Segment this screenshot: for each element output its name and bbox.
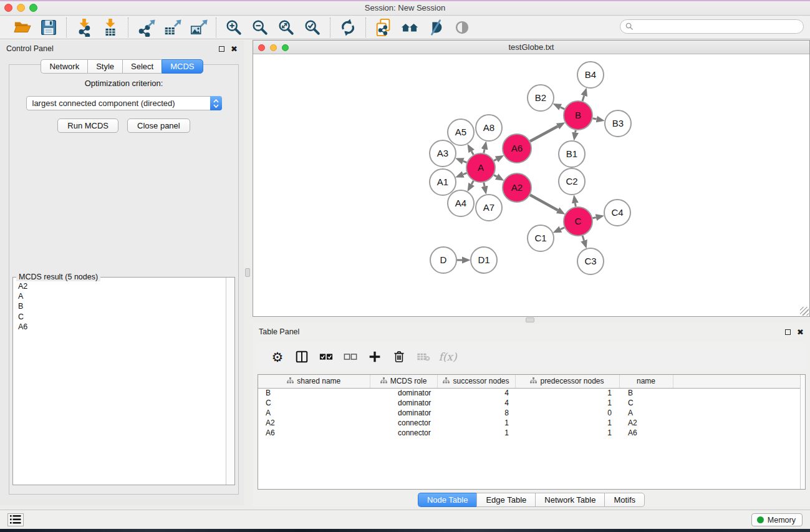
cell[interactable]: B [258, 388, 370, 398]
table-row[interactable]: Cdominator41C [258, 398, 802, 408]
export-table-icon[interactable] [161, 17, 183, 37]
cell[interactable]: 1 [515, 388, 619, 398]
show-graphics-details-icon[interactable] [451, 17, 473, 37]
search-input[interactable] [634, 21, 803, 32]
cell[interactable]: dominator [370, 408, 437, 418]
cell[interactable]: 1 [515, 398, 619, 408]
criterion-dropdown[interactable]: largest connected component (directed) [26, 96, 222, 110]
column-layout-icon[interactable] [292, 347, 311, 366]
network-close-button[interactable] [258, 44, 265, 51]
cell[interactable]: A6 [258, 428, 370, 438]
network-zoom-button[interactable] [282, 44, 289, 51]
edge-A-A8[interactable] [484, 149, 485, 153]
edge-B-B2[interactable] [561, 107, 565, 109]
show-all-icon[interactable] [398, 17, 421, 37]
zoom-in-icon[interactable] [223, 17, 245, 37]
cell[interactable]: 1 [515, 418, 619, 428]
edge-A-A4[interactable] [471, 181, 473, 185]
edge-B-B1[interactable] [576, 130, 576, 133]
edge-A-A1[interactable] [463, 173, 467, 174]
cell[interactable]: 4 [437, 398, 515, 408]
cell[interactable]: connector [370, 418, 437, 428]
edge-A6-B[interactable] [530, 127, 557, 142]
import-table-icon[interactable] [99, 17, 122, 37]
tab-network-table[interactable]: Network Table [535, 493, 604, 507]
result-scrollbar[interactable] [226, 278, 234, 485]
close-panel-button[interactable]: Close panel [127, 118, 190, 133]
cell[interactable]: dominator [370, 388, 437, 398]
cell[interactable]: C [619, 398, 673, 408]
cell[interactable]: A6 [619, 428, 673, 438]
tab-motifs[interactable]: Motifs [604, 493, 645, 507]
tab-select[interactable]: Select [122, 59, 162, 74]
edge-A-A6[interactable] [494, 159, 496, 160]
task-history-button[interactable] [7, 513, 24, 526]
edge-C-C4[interactable] [592, 218, 595, 218]
zoom-window-button[interactable] [29, 4, 37, 12]
table-row[interactable]: Bdominator41B [258, 388, 802, 398]
table-row[interactable]: A6connector11A6 [258, 428, 802, 438]
select-all-rows-icon[interactable] [317, 347, 335, 366]
tab-mcds[interactable]: MCDS [162, 59, 203, 74]
edge-B-B4[interactable] [582, 95, 584, 101]
cell[interactable]: dominator [370, 398, 437, 408]
table-settings-icon[interactable]: ⚙ [268, 347, 287, 366]
column-header-shared-name[interactable]: shared name [258, 375, 370, 388]
export-image-icon[interactable] [187, 17, 210, 37]
cell[interactable]: C [258, 398, 370, 408]
open-file-icon[interactable] [11, 17, 34, 37]
tab-style[interactable]: Style [87, 59, 122, 74]
cell[interactable]: A [619, 408, 673, 418]
cell[interactable]: 1 [437, 418, 515, 428]
search-box[interactable] [620, 19, 804, 34]
deselect-all-rows-icon[interactable] [341, 347, 360, 366]
cell[interactable]: 1 [515, 428, 619, 438]
zoom-out-icon[interactable] [249, 17, 271, 37]
column-header-MCDS-role[interactable]: MCDS role [370, 375, 437, 388]
edge-A2-C[interactable] [530, 195, 558, 211]
close-panel-icon[interactable]: ✖ [231, 46, 238, 52]
zoom-fit-icon[interactable] [275, 17, 297, 37]
cell[interactable]: B [619, 388, 673, 398]
cell[interactable]: A2 [258, 418, 370, 428]
cell[interactable]: 4 [437, 388, 515, 398]
table-row[interactable]: Adominator80A [258, 408, 802, 418]
edge-C-C3[interactable] [582, 236, 584, 241]
table-scrollbar[interactable] [800, 375, 805, 489]
add-column-icon[interactable] [365, 347, 384, 366]
table-row[interactable]: A2connector11A2 [258, 418, 802, 428]
table-close-panel-icon[interactable]: ✖ [797, 329, 804, 335]
run-mcds-button[interactable]: Run MCDS [57, 118, 118, 133]
cell[interactable]: connector [370, 428, 437, 438]
close-window-button[interactable] [4, 4, 12, 12]
clone-network-icon[interactable] [372, 17, 395, 37]
column-header-predecessor-nodes[interactable]: predecessor nodes [515, 375, 619, 388]
cell[interactable]: 8 [437, 408, 515, 418]
tab-edge-table[interactable]: Edge Table [476, 493, 535, 507]
edge-B-B3[interactable] [593, 118, 597, 119]
minimize-window-button[interactable] [17, 4, 25, 12]
edge-C-C2[interactable] [575, 203, 576, 207]
column-header-name[interactable]: name [619, 375, 673, 388]
table-float-panel-icon[interactable] [785, 329, 791, 335]
save-session-icon[interactable] [37, 17, 60, 37]
edge-A-A3[interactable] [463, 161, 467, 162]
edge-A-A7[interactable] [484, 183, 485, 186]
cell[interactable]: A2 [619, 418, 673, 428]
network-canvas[interactable]: AA6A2BCA1A3A4A5A7A8B1B2B3B4C1C2C3C4DD1 [253, 54, 809, 316]
column-header-successor-nodes[interactable]: successor nodes [437, 375, 515, 388]
vertical-divider-grip[interactable] [245, 268, 250, 277]
cell[interactable]: 0 [515, 408, 619, 418]
cell[interactable]: A [258, 408, 370, 418]
zoom-selected-icon[interactable] [301, 17, 324, 37]
cell[interactable]: 1 [437, 428, 515, 438]
refresh-icon[interactable] [337, 17, 359, 37]
horizontal-divider-grip[interactable] [526, 317, 534, 322]
delete-column-icon[interactable] [390, 347, 408, 366]
edge-A-A2[interactable] [494, 175, 497, 177]
tab-node-table[interactable]: Node Table [418, 493, 477, 507]
export-network-icon[interactable] [135, 17, 157, 37]
float-panel-icon[interactable] [219, 46, 224, 52]
hide-graphics-details-icon[interactable] [425, 17, 447, 37]
edge-A-A5[interactable] [471, 152, 473, 155]
